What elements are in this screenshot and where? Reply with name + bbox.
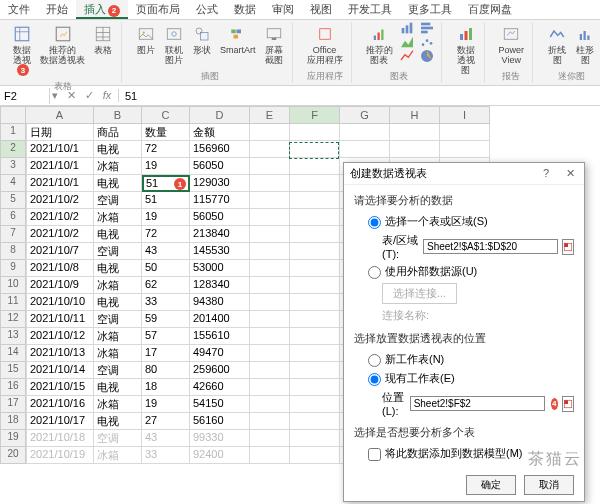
row-header[interactable]: 6 <box>0 209 26 226</box>
row-header[interactable]: 17 <box>0 396 26 413</box>
cell[interactable] <box>250 430 290 447</box>
cell[interactable]: 213840 <box>190 226 250 243</box>
row-header[interactable]: 12 <box>0 311 26 328</box>
cell[interactable]: 115770 <box>190 192 250 209</box>
col-I[interactable]: I <box>440 106 490 124</box>
cell[interactable] <box>290 413 340 430</box>
fb-cancel[interactable]: ✕ <box>64 89 78 102</box>
cell[interactable]: 62 <box>142 277 190 294</box>
cell[interactable]: 2021/10/8 <box>26 260 94 277</box>
btn-pictures[interactable]: 图片 <box>134 22 158 57</box>
cell[interactable] <box>250 345 290 362</box>
row-header[interactable]: 5 <box>0 192 26 209</box>
dialog-close[interactable]: ✕ <box>562 167 578 180</box>
tab-review[interactable]: 审阅 <box>264 0 302 19</box>
cell[interactable] <box>250 328 290 345</box>
cell[interactable]: 2021/10/16 <box>26 396 94 413</box>
cell[interactable]: 56160 <box>190 413 250 430</box>
cell[interactable] <box>290 226 340 243</box>
cell[interactable] <box>290 277 340 294</box>
col-E[interactable]: E <box>250 106 290 124</box>
col-A[interactable]: A <box>26 106 94 124</box>
cell[interactable] <box>290 396 340 413</box>
cell[interactable]: 2021/10/1 <box>26 141 94 158</box>
cell[interactable]: 冰箱 <box>94 396 142 413</box>
cell[interactable] <box>340 124 390 141</box>
cell[interactable] <box>290 379 340 396</box>
cell[interactable]: 19 <box>142 158 190 175</box>
cell[interactable] <box>290 175 340 192</box>
cell[interactable]: 33 <box>142 294 190 311</box>
cell[interactable]: 2021/10/13 <box>26 345 94 362</box>
cell[interactable]: 空调 <box>94 430 142 447</box>
btn-office-apps[interactable]: Office 应用程序 <box>305 22 345 67</box>
cell[interactable]: 155610 <box>190 328 250 345</box>
cell[interactable]: 空调 <box>94 192 142 209</box>
cell[interactable]: 冰箱 <box>94 345 142 362</box>
cell[interactable]: 2021/10/10 <box>26 294 94 311</box>
cell[interactable]: 19 <box>142 209 190 226</box>
cell[interactable]: 27 <box>142 413 190 430</box>
cell[interactable]: 80 <box>142 362 190 379</box>
cell[interactable]: 商品 <box>94 124 142 141</box>
ok-button[interactable]: 确定 <box>466 475 516 495</box>
row-header[interactable]: 7 <box>0 226 26 243</box>
range-input[interactable] <box>423 239 558 254</box>
col-F[interactable]: F <box>290 106 340 124</box>
cell[interactable]: 电视 <box>94 175 142 192</box>
btn-powerview[interactable]: Power View <box>497 22 527 67</box>
cell[interactable]: 19 <box>142 396 190 413</box>
cell[interactable]: 冰箱 <box>94 277 142 294</box>
cell[interactable]: 94380 <box>190 294 250 311</box>
tab-developer[interactable]: 开发工具 <box>340 0 400 19</box>
cell[interactable] <box>290 328 340 345</box>
cell[interactable]: 电视 <box>94 260 142 277</box>
cell[interactable]: 冰箱 <box>94 447 142 464</box>
cell[interactable]: 2021/10/19 <box>26 447 94 464</box>
cell[interactable]: 51 <box>142 192 190 209</box>
cell[interactable]: 56050 <box>190 158 250 175</box>
cell[interactable]: 43 <box>142 243 190 260</box>
tab-formulas[interactable]: 公式 <box>188 0 226 19</box>
name-box-dropdown[interactable]: ▾ <box>50 89 60 102</box>
btn-smartart[interactable]: SmartArt <box>218 22 258 57</box>
col-C[interactable]: C <box>142 106 190 124</box>
cell[interactable] <box>250 311 290 328</box>
cell[interactable]: 145530 <box>190 243 250 260</box>
cell[interactable]: 17 <box>142 345 190 362</box>
cell[interactable] <box>390 141 440 158</box>
row-header[interactable]: 19 <box>0 430 26 447</box>
cell[interactable]: 128340 <box>190 277 250 294</box>
cell[interactable]: 电视 <box>94 226 142 243</box>
cell[interactable]: 56050 <box>190 209 250 226</box>
cell[interactable] <box>250 413 290 430</box>
cell[interactable]: 2021/10/18 <box>26 430 94 447</box>
row-header[interactable]: 13 <box>0 328 26 345</box>
cell[interactable] <box>250 192 290 209</box>
cell[interactable]: 2021/10/1 <box>26 158 94 175</box>
cell[interactable] <box>290 345 340 362</box>
btn-shapes[interactable]: 形状 <box>190 22 214 57</box>
tab-moretools[interactable]: 更多工具 <box>400 0 460 19</box>
row-header[interactable]: 15 <box>0 362 26 379</box>
cell[interactable]: 201400 <box>190 311 250 328</box>
cell[interactable] <box>290 260 340 277</box>
cell[interactable]: 电视 <box>94 413 142 430</box>
dialog-titlebar[interactable]: 创建数据透视表 ? ✕ <box>344 163 584 185</box>
tab-insert[interactable]: 插入2 <box>76 0 128 19</box>
pos-picker-btn[interactable] <box>562 396 574 412</box>
cell[interactable]: 2021/10/11 <box>26 311 94 328</box>
tab-pagelayout[interactable]: 页面布局 <box>128 0 188 19</box>
cell[interactable] <box>290 243 340 260</box>
line-chart-icon[interactable] <box>399 50 415 62</box>
cell[interactable] <box>250 260 290 277</box>
cell[interactable]: 57 <box>142 328 190 345</box>
cell[interactable]: 511 <box>142 175 190 192</box>
cell[interactable] <box>250 141 290 158</box>
dialog-help[interactable]: ? <box>538 167 554 180</box>
row-header[interactable]: 2 <box>0 141 26 158</box>
opt-existing[interactable]: 现有工作表(E) <box>368 371 455 386</box>
cell[interactable] <box>290 311 340 328</box>
cell[interactable]: 49470 <box>190 345 250 362</box>
cell[interactable]: 59 <box>142 311 190 328</box>
